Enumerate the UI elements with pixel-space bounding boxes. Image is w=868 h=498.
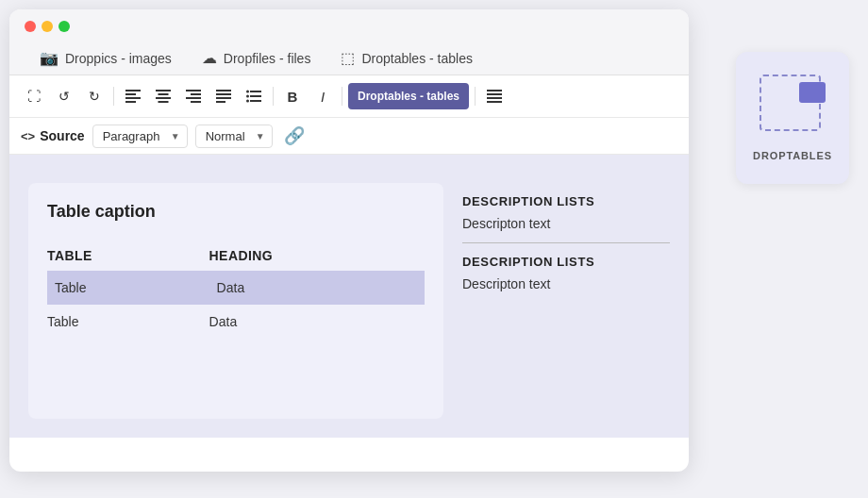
tab-bar: 📷 Droppics - images ☁ Dropfiles - files … [25, 42, 674, 75]
svg-rect-14 [216, 97, 231, 99]
list-icon [246, 90, 261, 103]
table-header-row: TABLE HEADING [47, 241, 425, 271]
toolbar: ⛶ ↺ ↻ [9, 75, 689, 118]
table-row: Table Data [47, 305, 425, 339]
desc-text-1: Descripton text [462, 216, 670, 231]
link-icon[interactable]: 🔗 [280, 124, 309, 148]
svg-rect-22 [487, 90, 502, 91]
content-area: Table caption TABLE HEADING Table Data T… [9, 155, 689, 438]
droptables-tooltip-label: Droptables - tables [358, 90, 459, 103]
svg-rect-19 [250, 95, 261, 97]
editor-window: 📷 Droppics - images ☁ Dropfiles - files … [9, 9, 689, 472]
svg-rect-23 [487, 93, 502, 95]
desc-item-2: DESCRIPTION LISTS Descripton text [462, 242, 670, 303]
desc-title-1: DESCRIPTION LISTS [462, 194, 670, 208]
droptables-widget-label: DROPTABLES [753, 150, 832, 161]
source-text: Source [40, 128, 84, 143]
svg-rect-24 [487, 97, 502, 99]
separator-4 [475, 87, 476, 106]
align-center-button[interactable] [150, 83, 176, 109]
align-right-icon [186, 90, 201, 103]
redo-button[interactable]: ↻ [81, 83, 108, 109]
justify-button[interactable] [210, 83, 237, 109]
svg-rect-11 [191, 101, 201, 103]
tab-droptables-label: Droptables - tables [361, 51, 473, 66]
cloud-icon: ☁ [202, 49, 217, 67]
svg-rect-4 [156, 90, 171, 91]
fullscreen-button[interactable]: ⛶ [21, 83, 47, 109]
table-cell-2-1: Table [47, 305, 209, 339]
svg-rect-6 [156, 97, 171, 99]
table-row: Table Data [47, 271, 425, 305]
svg-rect-3 [125, 101, 136, 103]
tab-dropfiles-label: Dropfiles - files [224, 51, 311, 66]
droptables-tooltip-wrapper: Droptables - tables [348, 83, 469, 109]
desc-item-1: DESCRIPTION LISTS Descripton text [462, 183, 670, 242]
list-button[interactable] [241, 83, 267, 109]
separator-3 [342, 87, 342, 106]
tab-droptables[interactable]: ⬚ Droptables - tables [326, 42, 488, 75]
align-center-icon [156, 90, 171, 103]
tab-dropfiles[interactable]: ☁ Dropfiles - files [187, 42, 326, 75]
svg-rect-17 [250, 91, 261, 92]
svg-point-18 [246, 95, 249, 98]
svg-rect-21 [250, 100, 261, 102]
tab-droppics[interactable]: 📷 Droppics - images [25, 42, 187, 75]
table-cell-1-2: Data [209, 271, 425, 305]
separator-2 [273, 87, 274, 106]
desc-text-2: Descripton text [462, 276, 670, 291]
desc-title-2: DESCRIPTION LISTS [462, 255, 670, 269]
more-button[interactable] [481, 83, 508, 109]
paragraph-select-wrapper[interactable]: Paragraph Heading 1 Heading 2 Heading 3 … [92, 124, 188, 148]
code-icon: <> [21, 129, 35, 143]
svg-rect-15 [216, 101, 225, 103]
align-left-button[interactable] [120, 83, 146, 109]
svg-rect-2 [125, 97, 141, 99]
camera-icon: 📷 [40, 49, 58, 67]
undo-button[interactable]: ↺ [51, 83, 77, 109]
table-cell-2-2: Data [209, 305, 425, 339]
title-bar: 📷 Droppics - images ☁ Dropfiles - files … [9, 9, 689, 75]
droptables-widget: DROPTABLES [736, 52, 849, 184]
svg-rect-8 [186, 90, 201, 91]
tab-droppics-label: Droppics - images [65, 51, 172, 66]
align-left-icon [125, 90, 141, 103]
svg-rect-25 [487, 101, 502, 103]
svg-rect-10 [186, 97, 201, 99]
italic-button[interactable]: I [309, 83, 336, 109]
description-panel: DESCRIPTION LISTS Descripton text DESCRI… [462, 183, 670, 419]
table-col-header-2: HEADING [209, 241, 425, 271]
more-icon [487, 90, 502, 103]
svg-point-16 [246, 91, 249, 93]
svg-rect-7 [159, 101, 169, 103]
svg-rect-13 [216, 93, 231, 95]
justify-icon [216, 90, 231, 103]
align-right-button[interactable] [180, 83, 207, 109]
source-label: <> Source [21, 128, 85, 143]
table-col-header-1: TABLE [47, 241, 209, 271]
source-bar: <> Source Paragraph Heading 1 Heading 2 … [9, 118, 689, 155]
svg-rect-1 [125, 93, 136, 95]
table-panel: Table caption TABLE HEADING Table Data T… [28, 183, 443, 419]
traffic-lights [25, 21, 674, 32]
svg-rect-12 [216, 90, 231, 91]
maximize-button[interactable] [58, 21, 70, 32]
separator-1 [113, 87, 114, 106]
bold-button[interactable]: B [279, 83, 306, 109]
data-table: TABLE HEADING Table Data Table Data [47, 241, 425, 339]
svg-rect-9 [191, 93, 201, 95]
svg-point-20 [246, 100, 249, 103]
droptables-toolbar-button[interactable]: Droptables - tables [348, 83, 469, 109]
close-button[interactable] [25, 21, 36, 32]
svg-rect-5 [159, 93, 169, 95]
minimize-button[interactable] [42, 21, 53, 32]
normal-select-wrapper[interactable]: Normal Quote Code ▼ [195, 124, 273, 148]
table-cell-1-1: Table [47, 271, 209, 305]
droptables-preview [760, 75, 826, 141]
table-tab-icon: ⬚ [341, 49, 355, 67]
table-caption: Table caption [47, 202, 425, 222]
paragraph-select[interactable]: Paragraph Heading 1 Heading 2 Heading 3 [92, 124, 188, 148]
normal-select[interactable]: Normal Quote Code [195, 124, 273, 148]
svg-rect-0 [125, 90, 141, 91]
inner-rect-icon [799, 82, 826, 103]
